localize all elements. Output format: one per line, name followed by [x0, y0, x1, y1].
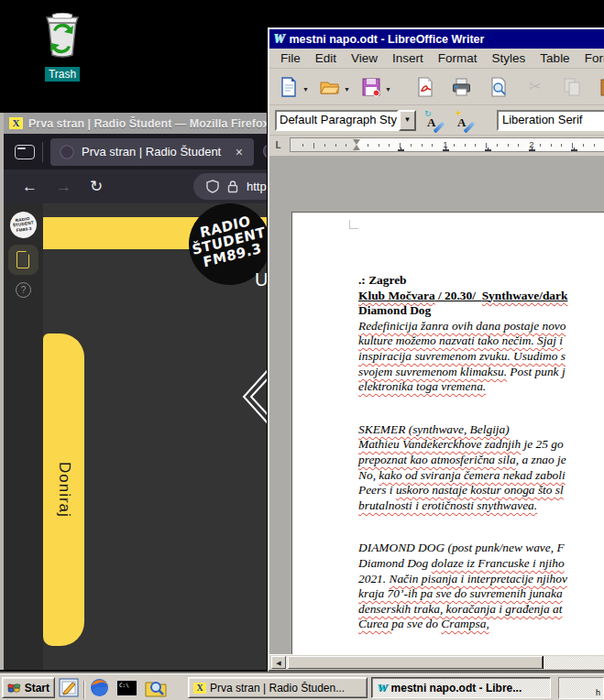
lock-icon	[227, 180, 238, 193]
ruler-tick	[497, 144, 498, 147]
taskbar-task[interactable]: XPrva stran | Radio Študen...	[188, 677, 368, 698]
document-line: Redefinicija žanra ovih dana postaje nov…	[358, 319, 604, 334]
taskbar-task[interactable]: Wmestni napo.odt - Libre...	[371, 677, 551, 698]
menu-form[interactable]: Form	[577, 51, 604, 65]
shield-icon[interactable]	[206, 180, 219, 193]
combo-dropdown-icon[interactable]: ▼	[399, 110, 416, 131]
ruler-tick	[324, 144, 325, 147]
document-line: elektronika toga vremena.	[358, 379, 604, 395]
print-button[interactable]	[450, 75, 474, 99]
ruler-tick	[465, 144, 466, 147]
update-style-button[interactable]: ↻A	[423, 109, 446, 132]
ruler-tick	[379, 144, 379, 147]
taskbar: Start C:\ XPrva stran | Radio Študen...W…	[0, 673, 604, 700]
reload-icon[interactable]: ↻	[90, 177, 103, 196]
horizontal-ruler[interactable]: L 12	[269, 136, 604, 156]
ruler-tick	[518, 144, 519, 147]
document-page[interactable]: .: ZagrebKlub Močvara / 20.30/ Synthwave…	[291, 212, 604, 654]
svg-text:C:\: C:\	[119, 682, 129, 688]
tab-stop-marker[interactable]	[571, 148, 577, 151]
menu-edit[interactable]: Edit	[308, 51, 344, 65]
tab-close-icon[interactable]: ×	[234, 145, 245, 159]
url-text[interactable]: http	[247, 180, 267, 193]
writer-icon: W	[273, 32, 284, 47]
menu-insert[interactable]: Insert	[385, 51, 431, 65]
site-sidebar: RADIO ŠTUDENT FM89.3 ?	[4, 203, 43, 670]
export-pdf-button[interactable]	[413, 75, 437, 99]
writer-titlebar[interactable]: W mestni napo.odt - LibreOffice Writer	[269, 29, 604, 49]
file-search-icon[interactable]	[145, 678, 167, 700]
scroll-left-icon[interactable]: ◀	[271, 656, 286, 669]
cut-button: ✂	[523, 75, 547, 99]
tab-stop-marker[interactable]	[398, 148, 404, 151]
browser-tab[interactable]: Prva stran | Radio Študent ×	[50, 138, 254, 166]
document-line: denserskih traka, koračanja i građenja a…	[358, 602, 604, 618]
paragraph-style-value[interactable]: Default Paragraph Styl	[275, 110, 399, 131]
font-name-field[interactable]: Liberation Serif	[497, 110, 604, 131]
writer-format-toolbar: Default Paragraph Styl ▼ ↻A ✦A Liberatio…	[269, 105, 604, 136]
menu-styles[interactable]: Styles	[485, 51, 533, 65]
save-button[interactable]	[359, 75, 383, 99]
menu-format[interactable]: Format	[431, 51, 485, 65]
scrollbar-thumb[interactable]	[288, 656, 543, 669]
open-button[interactable]	[318, 75, 342, 99]
document-area: .: ZagrebKlub Močvara / 20.30/ Synthwave…	[269, 156, 604, 654]
open-dropdown-icon[interactable]: ▼	[344, 86, 350, 93]
new-dropdown-icon[interactable]: ▼	[302, 86, 309, 93]
tab-stop-marker[interactable]	[443, 148, 449, 151]
ruler-tick	[583, 144, 584, 147]
document-line: DIAMOND DOG (post punk/new wave, F	[358, 541, 604, 556]
menu-table[interactable]: Table	[533, 51, 577, 65]
document-line: 2021. Način pisanja i interpretacije nji…	[358, 572, 604, 587]
menu-view[interactable]: View	[344, 51, 385, 65]
menu-file[interactable]: File	[273, 51, 308, 65]
firefox-window-title: Prva stran | Radio Študent — Mozilla Fir…	[28, 117, 269, 130]
print-preview-button[interactable]	[487, 75, 511, 99]
document-line: inspiracija suvremenom zvuku. Usudimo s	[358, 349, 604, 365]
firefox-icon[interactable]	[90, 678, 109, 700]
document-line: Klub Močvara / 20.30/ Synthwave/dark	[358, 289, 604, 304]
ruler-tick	[551, 144, 552, 147]
radio-student-logo[interactable]: RADIO ŠTUDENT FM89.3	[8, 210, 38, 240]
help-icon[interactable]: ?	[16, 282, 31, 298]
tab-stop-marker[interactable]	[529, 148, 535, 151]
x11-window-icon: X	[9, 117, 23, 129]
writer-icon: W	[377, 681, 388, 695]
firefox-view-icon[interactable]	[15, 145, 35, 159]
donate-button[interactable]: Doniraj	[43, 334, 84, 646]
terminal-icon[interactable]: C:\	[116, 680, 137, 700]
document-line: Diamond Dog dolaze iz Francuske i njiho	[358, 556, 604, 572]
ruler-tick	[411, 144, 412, 147]
document-line: kulture možemo nazvati tako nečim. Sjaj …	[358, 334, 604, 349]
tab-stop-marker[interactable]	[485, 148, 491, 151]
page-icon[interactable]	[8, 245, 38, 275]
libreoffice-writer-window: W mestni napo.odt - LibreOffice Writer F…	[268, 27, 604, 672]
document-line	[358, 395, 604, 422]
horizontal-scrollbar[interactable]: ◀	[269, 654, 604, 670]
start-label: Start	[25, 682, 49, 695]
save-dropdown-icon[interactable]: ▼	[385, 86, 391, 93]
page-heading-fragment: U	[255, 269, 268, 290]
ruler-strip[interactable]: 12	[290, 137, 604, 152]
document-text[interactable]: .: ZagrebKlub Močvara / 20.30/ Synthwave…	[358, 273, 604, 632]
trash-icon	[41, 13, 83, 60]
paste-button[interactable]	[597, 75, 604, 99]
tab-type-selector[interactable]: L	[275, 139, 286, 150]
document-line: SKEMER (synthwave, Belgija)	[358, 422, 604, 438]
new-document-button[interactable]	[277, 75, 301, 99]
site-favicon	[60, 145, 74, 159]
system-tray: h	[558, 677, 604, 699]
ruler-tick	[594, 144, 595, 147]
back-icon[interactable]: ←	[22, 178, 38, 196]
x11-window-icon: X	[193, 683, 206, 694]
indent-marker[interactable]	[353, 145, 360, 150]
start-button[interactable]: Start	[2, 677, 55, 698]
new-style-button[interactable]: ✦A	[454, 109, 477, 132]
writer-toolbar: ▼ ▼ ▼ ✂ ▼	[269, 69, 604, 105]
text-editor-icon[interactable]	[59, 678, 79, 700]
paragraph-style-combo[interactable]: Default Paragraph Styl ▼	[275, 110, 416, 131]
document-line: prepoznat kao atmosferična sila, a znao …	[358, 453, 604, 468]
desktop-icon-trash[interactable]: Trash	[38, 13, 86, 82]
forward-icon: →	[56, 178, 71, 196]
tray-text: h	[596, 688, 600, 697]
